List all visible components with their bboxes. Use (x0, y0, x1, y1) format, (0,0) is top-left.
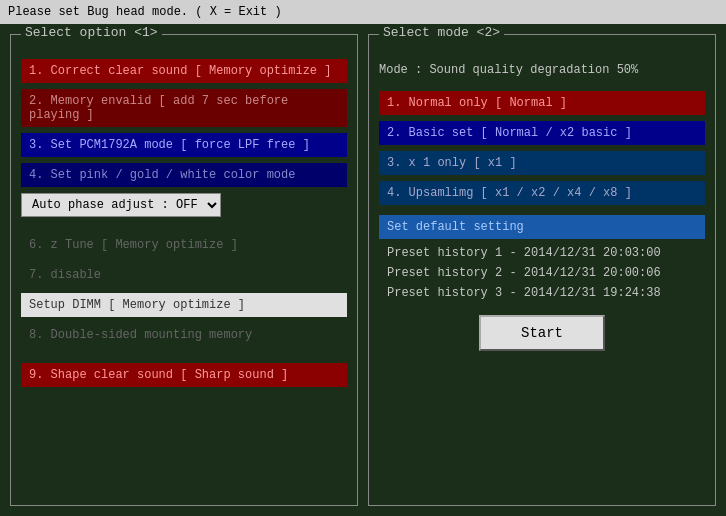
option-6[interactable]: 6. z Tune [ Memory optimize ] (21, 233, 347, 257)
main-area: Select option <1> 1. Correct clear sound… (0, 24, 726, 516)
panel-2-title: Select mode <2> (379, 25, 504, 40)
preset-1: Preset history 1 - 2014/12/31 20:03:00 (379, 243, 705, 263)
mode-3[interactable]: 3. x 1 only [ x1 ] (379, 151, 705, 175)
option-4[interactable]: 4. Set pink / gold / white color mode (21, 163, 347, 187)
preset-2: Preset history 2 - 2014/12/31 20:00:06 (379, 263, 705, 283)
panel-1-title: Select option <1> (21, 25, 162, 40)
option-1[interactable]: 1. Correct clear sound [ Memory optimize… (21, 59, 347, 83)
auto-phase-dropdown[interactable]: Auto phase adjust : OFFAuto phase adjust… (21, 193, 221, 217)
set-default-button[interactable]: Set default setting (379, 215, 705, 239)
option-8[interactable]: 8. Double-sided mounting memory (21, 323, 347, 347)
mode-2[interactable]: 2. Basic set [ Normal / x2 basic ] (379, 121, 705, 145)
mode-1[interactable]: 1. Normal only [ Normal ] (379, 91, 705, 115)
option-9[interactable]: 9. Shape clear sound [ Sharp sound ] (21, 363, 347, 387)
title-bar: Please set Bug head mode. ( X = Exit ) (0, 0, 726, 24)
option-3[interactable]: 3. Set PCM1792A mode [ force LPF free ] (21, 133, 347, 157)
preset-3: Preset history 3 - 2014/12/31 19:24:38 (379, 283, 705, 303)
mode-4[interactable]: 4. Upsamlimg [ x1 / x2 / x4 / x8 ] (379, 181, 705, 205)
panel-2: Select mode <2> Mode : Sound quality deg… (368, 34, 716, 506)
option-2[interactable]: 2. Memory envalid [ add 7 sec before pla… (21, 89, 347, 127)
option-7[interactable]: 7. disable (21, 263, 347, 287)
start-button[interactable]: Start (479, 315, 605, 351)
mode-label: Mode : Sound quality degradation 50% (379, 59, 705, 81)
option-setup-dimm[interactable]: Setup DIMM [ Memory optimize ] (21, 293, 347, 317)
dropdown-row: Auto phase adjust : OFFAuto phase adjust… (21, 193, 347, 217)
title-text: Please set Bug head mode. ( X = Exit ) (8, 5, 282, 19)
panel-1: Select option <1> 1. Correct clear sound… (10, 34, 358, 506)
